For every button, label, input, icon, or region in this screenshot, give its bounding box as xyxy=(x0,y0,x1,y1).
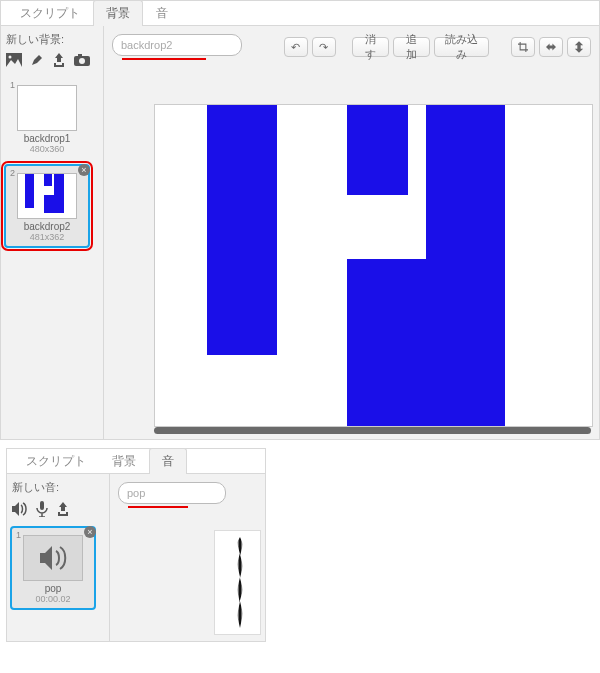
paint-icon[interactable] xyxy=(30,53,44,70)
thumb-dims: 480x360 xyxy=(6,144,88,154)
choose-library-icon[interactable] xyxy=(6,53,22,70)
backdrop-thumb-1[interactable]: 1 backdrop1 480x360 xyxy=(4,76,90,160)
backdrop-name-input[interactable] xyxy=(112,34,242,56)
record-icon[interactable] xyxy=(36,501,48,520)
backdrop-main: ↶ ↷ 消す 追加 読み込み xyxy=(104,26,599,439)
clear-button[interactable]: 消す xyxy=(352,37,389,57)
crop-button[interactable] xyxy=(511,37,535,57)
maze-wall xyxy=(207,105,277,355)
thumb-name: backdrop2 xyxy=(6,221,88,232)
svg-point-1 xyxy=(9,56,12,59)
upload-icon[interactable] xyxy=(52,53,66,70)
upload-sound-icon[interactable] xyxy=(56,502,70,519)
thumb-name: backdrop1 xyxy=(6,133,88,144)
tab-bar: スクリプト 背景 音 xyxy=(7,449,265,474)
paint-canvas[interactable] xyxy=(154,104,593,427)
sound-editor-panel: スクリプト 背景 音 新しい音: 1 × xyxy=(6,448,266,642)
thumb-name: pop xyxy=(12,583,94,594)
svg-point-4 xyxy=(79,58,85,64)
sound-thumb-1[interactable]: 1 × pop 00:00.02 xyxy=(10,526,96,610)
sound-sidebar: 新しい音: 1 × pop 00:00.02 xyxy=(7,474,110,641)
delete-thumb-icon[interactable]: × xyxy=(78,164,90,176)
backdrop-toolbar: ↶ ↷ 消す 追加 読み込み xyxy=(104,26,599,66)
backdrop-sidebar: 新しい背景: 1 backdrop1 480x360 xyxy=(1,26,104,439)
thumb-dims: 481x362 xyxy=(6,232,88,242)
camera-icon[interactable] xyxy=(74,54,90,69)
sound-toolbar xyxy=(110,474,265,508)
new-backdrop-icons xyxy=(4,51,100,76)
tab-scripts[interactable]: スクリプト xyxy=(7,0,93,26)
maze-wall xyxy=(347,105,408,195)
tab-scripts[interactable]: スクリプト xyxy=(13,448,99,474)
waveform xyxy=(237,537,243,628)
thumb-preview xyxy=(17,85,77,131)
delete-thumb-icon[interactable]: × xyxy=(84,526,96,538)
new-sound-icons xyxy=(10,499,106,526)
new-backdrop-label: 新しい背景: xyxy=(6,32,98,47)
tab-bar: スクリプト 背景 音 xyxy=(1,1,599,26)
thumb-number: 1 xyxy=(10,80,15,90)
sound-name-input[interactable] xyxy=(118,482,226,504)
sound-main xyxy=(110,474,265,641)
flip-h-button[interactable] xyxy=(539,37,563,57)
tab-sounds[interactable]: 音 xyxy=(149,448,187,474)
new-sound-label: 新しい音: xyxy=(12,480,104,495)
canvas-wrap xyxy=(154,104,591,425)
maze-wall xyxy=(426,105,505,304)
h-scrollbar[interactable] xyxy=(154,427,591,434)
svg-rect-3 xyxy=(78,54,82,57)
thumb-preview xyxy=(17,173,77,219)
sound-library-icon[interactable] xyxy=(12,502,28,519)
import-button[interactable]: 読み込み xyxy=(434,37,490,57)
waveform-area[interactable] xyxy=(214,530,261,635)
thumb-preview xyxy=(23,535,83,581)
add-button[interactable]: 追加 xyxy=(393,37,430,57)
tab-backdrops[interactable]: 背景 xyxy=(93,0,143,26)
tab-sounds[interactable]: 音 xyxy=(143,0,181,26)
thumb-number: 1 xyxy=(16,530,21,540)
backdrop-editor-panel: スクリプト 背景 音 新しい背景: 1 xyxy=(0,0,600,440)
svg-rect-5 xyxy=(40,501,44,510)
thumb-duration: 00:00.02 xyxy=(12,594,94,604)
name-underline xyxy=(128,506,188,508)
thumb-number: 2 xyxy=(10,168,15,178)
backdrop-thumb-2[interactable]: 2 × backdrop2 481x362 xyxy=(4,164,90,248)
name-underline xyxy=(122,58,206,60)
tab-backdrops[interactable]: 背景 xyxy=(99,448,149,474)
undo-button[interactable]: ↶ xyxy=(284,37,308,57)
flip-v-button[interactable] xyxy=(567,37,591,57)
redo-button[interactable]: ↷ xyxy=(312,37,336,57)
